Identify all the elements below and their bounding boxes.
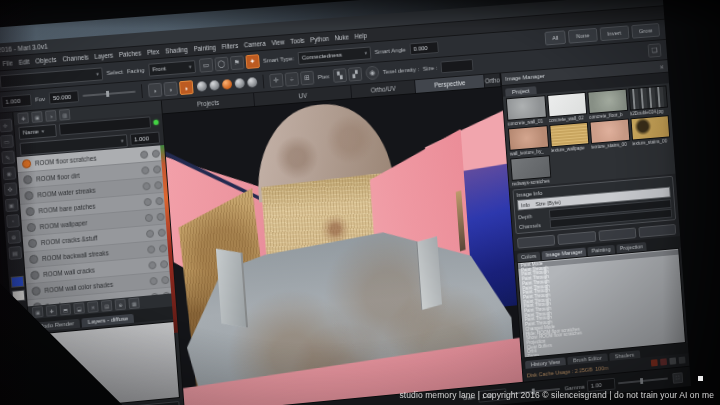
layers-stack-icon[interactable]: ❏ <box>648 43 662 58</box>
selection-button[interactable]: Invert <box>599 25 629 41</box>
lighting-sphere-icon[interactable] <box>222 79 232 90</box>
menu-item[interactable]: Patches <box>119 49 142 58</box>
texture-thumbnail[interactable]: redways-scratches <box>510 155 551 186</box>
layer-action-icon[interactable]: ▦ <box>128 297 140 309</box>
layer-lock-icon[interactable] <box>159 244 167 253</box>
layer-cache-icon[interactable] <box>147 245 155 254</box>
layer-lock-icon[interactable] <box>156 212 164 221</box>
viewport-canvas[interactable] <box>163 87 523 405</box>
texture-thumbnail[interactable]: wall_texture_by_ <box>508 125 549 156</box>
close-icon[interactable]: ✕ <box>659 63 664 70</box>
viewport-tab[interactable]: Ortho <box>484 73 501 87</box>
tool-icon[interactable]: ▤ <box>8 246 22 260</box>
tool-icon[interactable]: ⊕ <box>7 230 21 244</box>
fullscreen-icon[interactable]: ⛶ <box>672 372 683 384</box>
layer-action-icon[interactable]: ⬓ <box>73 302 85 314</box>
smart-angle-field[interactable]: 0.000 <box>409 41 438 55</box>
layer-cache-icon[interactable] <box>143 197 151 206</box>
menu-item[interactable]: Camera <box>244 40 266 49</box>
menu-item[interactable]: Ptex <box>147 48 160 56</box>
layer-visibility-icon[interactable] <box>29 254 39 264</box>
layer-visibility-icon[interactable] <box>28 239 38 249</box>
shading-head-icon[interactable]: ◗ <box>163 81 178 96</box>
tool-icon[interactable]: ▣ <box>4 198 18 212</box>
layer-amount-field[interactable]: 1.000 <box>130 132 160 146</box>
layer-visibility-icon[interactable] <box>22 159 32 169</box>
lighting-sphere-icon[interactable] <box>247 77 257 88</box>
facing-combo[interactable]: Front▾ <box>148 60 196 77</box>
selection-tool-icon[interactable]: ✦ <box>245 54 260 69</box>
menu-item[interactable]: File <box>2 59 13 67</box>
layer-action-icon[interactable]: ⬒ <box>59 304 71 316</box>
selection-tool-icon[interactable]: ▭ <box>199 58 214 73</box>
texture-thumbnail[interactable]: concrete_wall_01 <box>506 95 547 126</box>
mirror-icon[interactable]: ✛ <box>269 73 284 88</box>
texture-thumbnail[interactable]: texture_wallpape <box>549 122 590 153</box>
adjustment-icon[interactable]: ◑ <box>45 110 57 122</box>
lighting-sphere-icon[interactable] <box>209 80 219 91</box>
selection-button[interactable]: All <box>544 30 566 45</box>
size-field[interactable] <box>441 59 474 73</box>
layer-visibility-icon[interactable] <box>25 207 35 217</box>
layer-action-icon[interactable]: ✚ <box>46 305 58 317</box>
smart-type-combo[interactable]: Connectedness▾ <box>298 46 372 64</box>
menu-item[interactable]: Shading <box>165 46 188 55</box>
menu-item[interactable]: Filters <box>221 42 238 50</box>
texture-thumbnail[interactable]: b2Double024.jpg <box>628 85 669 116</box>
mask-icon[interactable]: ▥ <box>59 109 71 121</box>
layer-cache-icon[interactable] <box>145 213 153 222</box>
mirror-icon[interactable]: ÷ <box>285 72 299 87</box>
ptex-icon[interactable]: ▞ <box>348 67 362 82</box>
layer-action-icon[interactable]: ✕ <box>87 301 99 313</box>
layer-lock-icon[interactable] <box>152 149 160 158</box>
tool-icon[interactable]: ✛ <box>0 119 12 133</box>
selection-tool-icon[interactable]: ⚑ <box>230 55 245 70</box>
layer-lock-icon[interactable] <box>158 228 166 237</box>
layer-action-icon[interactable]: ▣ <box>32 306 44 318</box>
shading-head-icon[interactable]: ◗ <box>148 83 163 98</box>
texture-thumbnail[interactable]: texture_stains_00 <box>590 119 631 150</box>
selection-button[interactable]: Grow <box>631 23 660 39</box>
layer-cache-icon[interactable] <box>142 182 150 191</box>
status-icon[interactable] <box>679 357 686 364</box>
menu-item[interactable]: Python <box>310 35 329 43</box>
selection-tool-icon[interactable]: ◯ <box>214 57 229 72</box>
texture-thumbnail[interactable]: texture_stains_00 <box>630 115 670 146</box>
add-layer-icon[interactable]: ✚ <box>17 112 29 124</box>
layer-lock-icon[interactable] <box>154 181 162 190</box>
texel-density-icon[interactable]: ◉ <box>365 65 379 80</box>
layer-visibility-icon[interactable] <box>23 175 33 185</box>
fov-field[interactable]: 50.000 <box>49 90 79 104</box>
menu-item[interactable]: Objects <box>35 56 57 65</box>
layer-cache-icon[interactable] <box>148 261 156 270</box>
layer-action-icon[interactable]: ▤ <box>101 300 113 312</box>
mirror-icon[interactable]: ⊞ <box>300 71 314 86</box>
layer-action-icon[interactable]: ⊕ <box>115 299 127 311</box>
image-manager-button[interactable] <box>638 224 676 238</box>
layer-cache-icon[interactable] <box>140 150 148 159</box>
tool-icon[interactable]: ✜ <box>3 182 17 196</box>
status-icon[interactable] <box>660 358 667 365</box>
menu-item[interactable]: View <box>271 38 285 46</box>
texture-thumbnail[interactable]: concrete_floor_b <box>587 89 628 120</box>
layer-lock-icon[interactable] <box>161 275 169 284</box>
layer-cache-icon[interactable] <box>146 229 154 238</box>
group-layer-icon[interactable]: ▣ <box>31 111 43 123</box>
tool-icon[interactable]: ▭ <box>0 134 13 148</box>
layer-lock-icon[interactable] <box>155 196 163 205</box>
layer-visibility-icon[interactable] <box>31 286 41 296</box>
image-manager-button[interactable] <box>558 231 596 245</box>
menu-item[interactable]: Tools <box>290 37 305 45</box>
filter-field-combo[interactable]: Name▾ <box>18 123 57 139</box>
tool-icon[interactable]: ◔ <box>6 214 20 228</box>
image-manager-button[interactable] <box>517 235 556 249</box>
fov-slider[interactable] <box>83 91 136 97</box>
foreground-color-swatch[interactable] <box>10 276 24 288</box>
lighting-sphere-icon[interactable] <box>235 78 245 89</box>
image-manager-button[interactable] <box>598 227 636 241</box>
layer-cache-icon[interactable] <box>141 166 149 175</box>
menu-item[interactable]: Help <box>354 32 367 40</box>
selection-button[interactable]: None <box>568 28 597 44</box>
layer-visibility-icon[interactable] <box>24 191 34 201</box>
tool-icon[interactable]: ✎ <box>1 150 15 164</box>
